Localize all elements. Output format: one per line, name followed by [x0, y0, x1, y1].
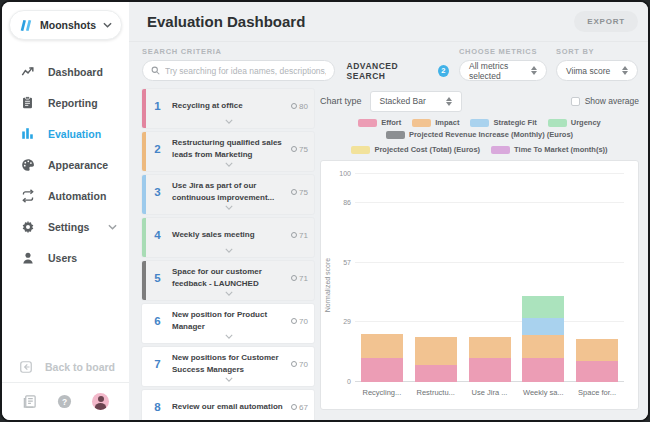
main-area: Evaluation Dashboard EXPORT SEARCH CRITE…: [129, 2, 648, 420]
chart-type-label: Chart type: [320, 96, 362, 106]
sidebar-item-label: Settings: [48, 221, 89, 233]
idea-rank: 1: [149, 100, 166, 112]
app-window: Moonshots &... DashboardReportingEvaluat…: [0, 0, 650, 422]
sidebar-footer: ?: [2, 382, 129, 420]
chart-legend: EffortImpactStrategic FitUrgencyProjecte…: [320, 118, 639, 154]
workspace-switcher[interactable]: Moonshots &...: [9, 10, 122, 40]
idea-title: Use Jira as part of our continuous impro…: [166, 180, 291, 203]
idea-card-3[interactable]: 3Use Jira as part of our continuous impr…: [142, 175, 314, 214]
user-avatar[interactable]: [92, 393, 109, 410]
idea-rank: 5: [149, 272, 166, 284]
idea-card-2[interactable]: 2Restructuring qualified sales leads fro…: [142, 132, 314, 171]
idea-card-8[interactable]: 8Review our email automation67: [142, 390, 314, 422]
idea-expand-chevron[interactable]: [149, 119, 308, 127]
sidebar: Moonshots &... DashboardReportingEvaluat…: [2, 2, 129, 420]
sidebar-item-reporting[interactable]: Reporting: [2, 87, 129, 118]
help-icon[interactable]: ?: [57, 394, 72, 409]
legend-label: Strategic Fit: [493, 118, 536, 127]
score-target-icon: [291, 275, 297, 281]
idea-card-1[interactable]: 1Recycling at office80: [142, 89, 314, 128]
sidebar-item-users[interactable]: Users: [2, 242, 129, 273]
sidebar-item-evaluation[interactable]: Evaluation: [2, 118, 129, 149]
idea-card-5[interactable]: 5Space for our customer feedback - LAUNC…: [142, 261, 314, 300]
idea-score: 70: [291, 360, 308, 369]
page-title: Evaluation Dashboard: [147, 13, 574, 30]
metrics-select[interactable]: All metrics selected: [459, 60, 547, 81]
legend-label: Projected Cost (Total) (Euros): [374, 145, 480, 154]
legend-item[interactable]: Projected Revenue Increase (Monthly) (Eu…: [386, 130, 573, 139]
legend-item[interactable]: Time To Market (month(s)): [491, 145, 607, 154]
sidebar-item-automation[interactable]: Automation: [2, 180, 129, 211]
legend-item[interactable]: Urgency: [548, 118, 601, 127]
back-to-board-label: Back to board: [45, 361, 115, 373]
news-icon[interactable]: [22, 394, 37, 409]
idea-card-6[interactable]: 6New position for Product Manager70: [142, 304, 314, 343]
sidebar-item-appearance[interactable]: Appearance: [2, 149, 129, 180]
content-area: 1Recycling at office802Restructuring qua…: [129, 87, 648, 420]
gear-icon: [20, 220, 35, 234]
legend-swatch: [548, 119, 567, 127]
idea-score: 75: [291, 188, 308, 197]
bar-segment: [522, 296, 564, 318]
repeat-icon: [20, 189, 35, 203]
bar-3: [469, 174, 511, 382]
search-box: [142, 60, 335, 81]
legend-swatch: [351, 146, 370, 154]
svg-text:?: ?: [62, 397, 67, 407]
advanced-search-label: ADVANCED SEARCH: [347, 61, 433, 81]
choose-metrics-label: CHOOSE METRICS: [459, 47, 547, 56]
idea-score: 75: [291, 145, 308, 154]
trend-chart-icon: [20, 65, 35, 79]
idea-card-7[interactable]: 7New positions for Customer Success Mana…: [142, 347, 314, 386]
score-target-icon: [291, 103, 297, 109]
idea-expand-chevron[interactable]: [149, 377, 308, 385]
idea-rank: 4: [149, 229, 166, 241]
legend-swatch: [412, 119, 431, 127]
bar-2: [415, 174, 457, 382]
bar-segment: [415, 337, 457, 365]
sort-select[interactable]: Viima score: [556, 60, 638, 81]
idea-score: 71: [291, 274, 308, 283]
idea-score: 70: [291, 317, 308, 326]
idea-expand-chevron[interactable]: [149, 205, 308, 213]
idea-card-4[interactable]: 4Weekly sales meeting71: [142, 218, 314, 257]
idea-rank: 3: [149, 186, 166, 198]
chart-type-select[interactable]: Stacked Bar: [370, 91, 462, 112]
legend-item[interactable]: Impact: [412, 118, 459, 127]
idea-title: Restructuring qualified sales leads from…: [166, 137, 291, 160]
bar-segment: [469, 358, 511, 382]
back-to-board-button[interactable]: Back to board: [2, 360, 129, 374]
idea-expand-chevron[interactable]: [149, 291, 308, 299]
advanced-search-badge: 2: [438, 65, 449, 77]
idea-list: 1Recycling at office802Restructuring qua…: [142, 89, 314, 410]
search-criteria-label: SEARCH CRITERIA: [142, 47, 449, 56]
idea-rank: 8: [149, 401, 166, 413]
show-average-checkbox[interactable]: [571, 97, 580, 106]
user-icon: [20, 251, 35, 265]
idea-rank: 6: [149, 315, 166, 327]
sidebar-item-settings[interactable]: Settings: [2, 211, 129, 242]
legend-label: Impact: [435, 118, 459, 127]
bar-segment: [576, 361, 618, 382]
chevron-down-icon: [103, 22, 112, 28]
search-input[interactable]: [165, 66, 326, 76]
bar-segment: [522, 358, 564, 382]
idea-expand-chevron[interactable]: [149, 334, 308, 342]
advanced-search-link[interactable]: ADVANCED SEARCH 2: [347, 61, 449, 81]
metrics-select-value: All metrics selected: [469, 61, 525, 81]
search-icon: [151, 66, 160, 75]
legend-swatch: [358, 119, 377, 127]
legend-item[interactable]: Strategic Fit: [470, 118, 536, 127]
show-average-toggle[interactable]: Show average: [571, 96, 639, 106]
chart-column: Chart type Stacked Bar Show average Effo…: [320, 89, 639, 410]
idea-expand-chevron[interactable]: [149, 248, 308, 256]
idea-expand-chevron[interactable]: [149, 162, 308, 170]
export-button[interactable]: EXPORT: [574, 11, 638, 32]
sidebar-item-dashboard[interactable]: Dashboard: [2, 56, 129, 87]
idea-score: 67: [291, 403, 308, 412]
legend-item[interactable]: Effort: [358, 118, 401, 127]
idea-title: Review our email automation: [166, 401, 291, 413]
legend-item[interactable]: Projected Cost (Total) (Euros): [351, 145, 480, 154]
back-icon: [19, 360, 33, 374]
bar-segment: [522, 318, 564, 336]
